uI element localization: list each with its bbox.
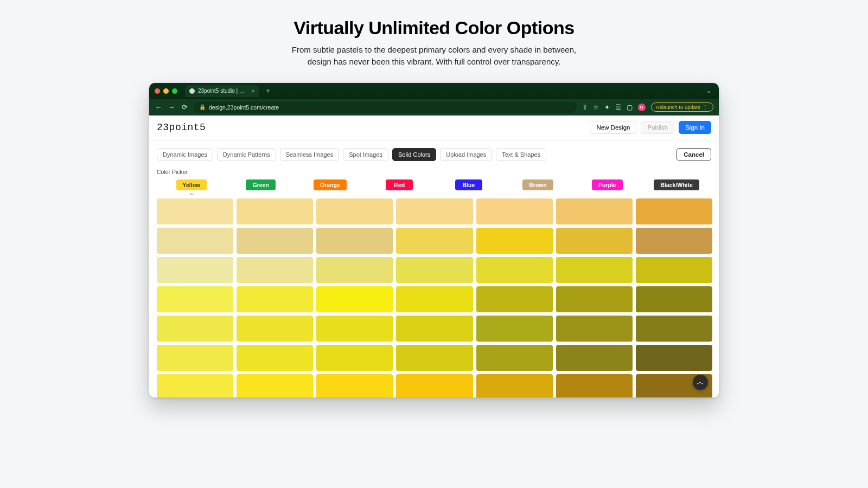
color-swatch[interactable]	[237, 228, 313, 254]
color-swatch[interactable]	[636, 316, 712, 342]
color-swatch[interactable]	[556, 257, 633, 283]
color-swatch[interactable]	[476, 316, 553, 342]
color-family-black-white[interactable]: Black/White	[654, 179, 699, 190]
color-swatch[interactable]	[316, 286, 393, 312]
color-swatch[interactable]	[396, 345, 473, 371]
color-swatch[interactable]	[157, 286, 233, 312]
reading-list-icon[interactable]: ☰	[615, 104, 621, 111]
app-viewport: 23point5 New Design Publish Sign In Dyna…	[149, 115, 719, 397]
color-family-yellow[interactable]: Yellow	[176, 179, 207, 190]
profile-avatar[interactable]: G	[638, 104, 646, 111]
address-bar[interactable]: 🔒 design.23point5.com/create	[194, 102, 577, 113]
favicon-icon	[189, 88, 195, 94]
app-logo[interactable]: 23point5	[157, 122, 206, 133]
color-family-cell: Red	[365, 179, 434, 195]
swatch-scroll-area[interactable]	[157, 198, 714, 397]
window-close-icon[interactable]	[155, 88, 160, 94]
category-tab-upload-images[interactable]: Upload Images	[440, 148, 492, 161]
color-swatch[interactable]	[237, 286, 313, 312]
color-swatch[interactable]	[396, 374, 473, 397]
color-swatch[interactable]	[157, 228, 233, 254]
color-family-brown[interactable]: Brown	[522, 179, 553, 190]
category-tab-spot-images[interactable]: Spot Images	[343, 148, 388, 161]
color-swatch[interactable]	[396, 316, 473, 342]
browser-tab-title: 23point5 studio | Your Fashion...	[198, 88, 247, 94]
nav-reload-icon[interactable]: ⟳	[181, 103, 188, 111]
color-swatch[interactable]	[316, 257, 393, 283]
color-swatch[interactable]	[316, 316, 393, 342]
color-swatch[interactable]	[157, 198, 233, 224]
color-swatch[interactable]	[476, 257, 553, 283]
window-minimize-icon[interactable]	[163, 88, 169, 94]
color-family-orange[interactable]: Orange	[314, 179, 347, 190]
color-swatch[interactable]	[237, 198, 313, 224]
color-swatch[interactable]	[396, 257, 473, 283]
color-family-purple[interactable]: Purple	[592, 179, 623, 190]
nav-back-icon[interactable]: ←	[155, 103, 162, 111]
category-tab-solid-colors[interactable]: Solid Colors	[392, 148, 436, 161]
color-swatch[interactable]	[636, 198, 712, 224]
color-swatch[interactable]	[157, 374, 233, 397]
bookmark-icon[interactable]: ☆	[593, 104, 599, 111]
color-swatch[interactable]	[476, 286, 553, 312]
scroll-to-top-button[interactable]: ︿	[693, 375, 708, 390]
color-swatch[interactable]	[636, 286, 712, 312]
color-swatch[interactable]	[476, 374, 553, 397]
color-swatch[interactable]	[636, 257, 712, 283]
browser-tab[interactable]: 23point5 studio | Your Fashion... ×	[185, 85, 259, 97]
color-swatch[interactable]	[636, 345, 712, 371]
color-swatch[interactable]	[316, 198, 393, 224]
color-swatch[interactable]	[237, 316, 313, 342]
new-tab-button[interactable]: ＋	[263, 86, 273, 96]
color-swatch[interactable]	[396, 286, 473, 312]
color-swatch[interactable]	[237, 257, 313, 283]
panel-icon[interactable]: ▢	[627, 104, 633, 111]
color-swatch[interactable]	[556, 228, 633, 254]
relaunch-button[interactable]: Relaunch to update⋮	[651, 102, 713, 112]
lock-icon: 🔒	[199, 104, 206, 110]
color-swatch[interactable]	[237, 345, 313, 371]
color-swatch[interactable]	[237, 374, 313, 397]
color-swatch[interactable]	[316, 374, 393, 397]
color-family-green[interactable]: Green	[246, 179, 275, 190]
color-family-red[interactable]: Red	[386, 179, 413, 190]
color-swatch[interactable]	[316, 345, 393, 371]
address-url: design.23point5.com/create	[209, 104, 279, 111]
color-family-blue[interactable]: Blue	[455, 179, 482, 190]
color-family-cell: Purple	[573, 179, 642, 195]
color-swatch[interactable]	[476, 228, 553, 254]
publish-button[interactable]: Publish	[641, 121, 674, 134]
color-swatch[interactable]	[556, 345, 633, 371]
sign-in-button[interactable]: Sign In	[679, 121, 711, 134]
color-family-cell: Orange	[296, 179, 365, 195]
color-swatch[interactable]	[316, 228, 393, 254]
tab-close-icon[interactable]: ×	[251, 88, 254, 94]
browser-toolbar: ← → ⟳ 🔒 design.23point5.com/create ⇪ ☆ ✦…	[149, 99, 719, 115]
color-family-cell: Green	[226, 179, 296, 195]
color-swatch[interactable]	[556, 316, 633, 342]
extensions-icon[interactable]: ✦	[604, 104, 610, 111]
chevron-up-icon: ︿	[697, 377, 704, 387]
share-icon[interactable]: ⇪	[582, 104, 588, 111]
color-swatch[interactable]	[157, 345, 233, 371]
nav-forward-icon[interactable]: →	[168, 103, 175, 111]
color-swatch[interactable]	[476, 345, 553, 371]
color-swatch[interactable]	[556, 374, 633, 397]
tab-overflow-icon[interactable]: ⌄	[704, 87, 713, 94]
color-swatch[interactable]	[636, 228, 712, 254]
color-swatch[interactable]	[556, 286, 633, 312]
category-tab-text-shapes[interactable]: Text & Shapes	[496, 148, 546, 161]
category-tab-row: Dynamic ImagesDynamic PatternsSeamless I…	[149, 140, 719, 161]
category-tab-seamless-images[interactable]: Seamless Images	[280, 148, 339, 161]
category-tab-dynamic-images[interactable]: Dynamic Images	[157, 148, 213, 161]
color-swatch[interactable]	[556, 198, 633, 224]
new-design-button[interactable]: New Design	[590, 121, 636, 134]
color-swatch[interactable]	[396, 198, 473, 224]
cancel-button[interactable]: Cancel	[676, 148, 711, 161]
color-swatch[interactable]	[157, 316, 233, 342]
color-swatch[interactable]	[396, 228, 473, 254]
window-maximize-icon[interactable]	[172, 88, 177, 94]
category-tab-dynamic-patterns[interactable]: Dynamic Patterns	[217, 148, 276, 161]
color-swatch[interactable]	[476, 198, 553, 224]
color-swatch[interactable]	[157, 257, 233, 283]
